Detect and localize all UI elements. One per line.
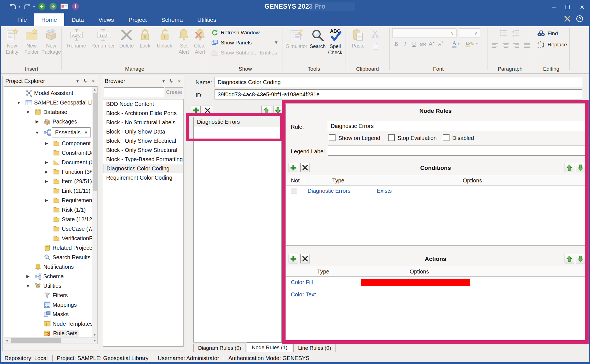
numbered-list-icon[interactable]: 123: [512, 29, 520, 37]
tree-horizontal-scrollbar[interactable]: ◂ ▸: [4, 337, 97, 344]
condition-type[interactable]: Diagnostic Errors: [308, 188, 350, 194]
chevron-right-icon[interactable]: ▶: [44, 198, 49, 203]
move-action-down-button[interactable]: [576, 254, 585, 263]
tree-item-component-9[interactable]: ▶Component (9: [4, 139, 97, 148]
tree-item-verificationreq[interactable]: VerificationReq: [4, 234, 97, 243]
tree-item-essentials[interactable]: ▼Essentials∨: [4, 126, 97, 139]
checkbox-stop-evaluation[interactable]: [388, 134, 395, 141]
copy-icon[interactable]: [371, 46, 379, 51]
refresh-window-button[interactable]: Refresh Window: [211, 29, 260, 36]
paste-button[interactable]: Paste: [350, 28, 366, 49]
rule-input[interactable]: Diagnostic Errors: [328, 121, 590, 131]
tab-file[interactable]: File: [10, 13, 34, 26]
chevron-right-icon[interactable]: ▶: [44, 141, 49, 146]
tab-home[interactable]: Home: [34, 13, 64, 26]
strikethrough-icon[interactable]: abe: [418, 40, 427, 48]
tab-project[interactable]: Project: [121, 13, 154, 26]
move-condition-down-button[interactable]: [576, 163, 585, 172]
tab-diagram-rules-0[interactable]: Diagram Rules (0): [193, 344, 246, 352]
condition-row[interactable]: Diagnostic ErrorsExists: [286, 185, 585, 197]
move-rule-up-button[interactable]: [261, 106, 271, 115]
unlock-button[interactable]: Unlock: [155, 28, 174, 49]
browser-search-input[interactable]: [104, 87, 164, 97]
tree-vertical-scrollbar[interactable]: ▲ ▼: [92, 87, 97, 337]
tree-item-node-templates[interactable]: Node Templates: [4, 319, 97, 329]
italic-icon[interactable]: I: [401, 40, 410, 48]
font-family-select[interactable]: ∨: [392, 28, 456, 37]
pin-icon[interactable]: [83, 78, 88, 84]
col-type[interactable]: Type: [286, 267, 361, 276]
tree-item-usecase-7-7[interactable]: UseCase (7/7): [4, 224, 97, 234]
lock-button[interactable]: Lock: [137, 28, 153, 49]
tree-item-function-3-97[interactable]: ▶Function (3/97: [4, 167, 97, 177]
browser-item-block-no-structural-labels[interactable]: Block - No Structural Labels: [103, 118, 183, 127]
essentials-schema-select[interactable]: Essentials∨: [52, 127, 91, 137]
tree-item-schema[interactable]: ▶Schema: [4, 272, 97, 281]
simulator-button[interactable]: Simulator: [286, 28, 308, 49]
underline-icon[interactable]: U: [410, 40, 418, 48]
rule-list-item-diagnostic-errors[interactable]: Diagnostic Errors: [194, 117, 281, 127]
chevron-right-icon[interactable]: ▶: [44, 169, 49, 174]
panel-menu-icon[interactable]: ▾: [163, 78, 165, 84]
color-swatch[interactable]: [361, 279, 470, 286]
tree-item-notifications[interactable]: Notifications: [4, 262, 97, 272]
tools-icon[interactable]: [564, 15, 571, 22]
delete-rule-button[interactable]: [203, 106, 212, 115]
browser-item-requirement-color-coding[interactable]: Requirement Color Coding: [103, 173, 183, 182]
tree-item-constraintdefir[interactable]: ConstraintDefir: [4, 148, 97, 158]
col-options[interactable]: Options: [372, 176, 573, 185]
id-input[interactable]: 39f0dd73-4ac8-43e5-9bf1-a193eb4f281e: [215, 89, 582, 99]
font-size-select[interactable]: ∨: [459, 28, 480, 37]
chevron-down-icon[interactable]: ▼: [25, 284, 31, 288]
tab-utilities[interactable]: Utilities: [190, 13, 223, 26]
move-rule-down-button[interactable]: [273, 106, 283, 115]
tree-item-state-12-12[interactable]: State (12/12): [4, 215, 97, 224]
justify-icon[interactable]: [523, 42, 531, 49]
shrink-font-icon[interactable]: A▼: [436, 40, 445, 48]
new-folder-button[interactable]: New Folder: [22, 28, 41, 55]
tree-item-utilities[interactable]: ▼Utilities: [4, 281, 97, 291]
align-center-icon[interactable]: [502, 42, 510, 49]
tree-item-mappings[interactable]: Mappings: [4, 300, 97, 310]
close-panel-icon[interactable]: ✕: [178, 78, 181, 84]
tree-item-sample-geospatial-libra[interactable]: ▼SAMPLE: Geospatial Libra: [4, 98, 97, 107]
align-right-icon[interactable]: [512, 42, 520, 49]
chevron-right-icon[interactable]: ▶: [34, 119, 40, 124]
tab-line-rules-0[interactable]: Line Rules (0): [293, 344, 336, 352]
legend-label-input[interactable]: [328, 146, 590, 156]
browser-item-block-type-based-formatting[interactable]: Block - Type-Based Formatting: [103, 155, 183, 164]
close-button[interactable]: ✕: [580, 4, 584, 11]
checkbox-show-on-legend[interactable]: [329, 134, 336, 141]
tree-item-packages[interactable]: ▶Packages: [4, 117, 97, 126]
move-action-up-button[interactable]: [565, 254, 574, 263]
tree-item-search-results[interactable]: Search Results: [4, 253, 97, 262]
create-button[interactable]: Create: [165, 87, 183, 97]
panel-menu-icon[interactable]: ▾: [77, 78, 79, 84]
action-type[interactable]: Color Text: [291, 291, 316, 298]
tab-views[interactable]: Views: [91, 13, 121, 26]
replace-button[interactable]: abac Replace: [537, 41, 567, 49]
clear-alert-button[interactable]: Clear Alert: [193, 28, 207, 55]
font-color-icon[interactable]: A ▾: [450, 40, 462, 48]
scroll-up-icon[interactable]: ▲: [92, 87, 97, 92]
chevron-right-icon[interactable]: ▶: [44, 160, 49, 165]
find-button[interactable]: Find: [537, 30, 558, 37]
browser-item-diagnostics-color-coding[interactable]: Diagnostics Color Coding: [103, 164, 183, 173]
chevron-down-icon[interactable]: ▼: [16, 100, 22, 105]
pin-icon[interactable]: [169, 78, 174, 84]
col-options[interactable]: Options: [361, 267, 478, 276]
tree-item-document-0-1[interactable]: ▶Document (0/1: [4, 158, 97, 167]
browser-item-block-only-show-data[interactable]: Block - Only Show Data: [103, 127, 183, 136]
tree-item-filters[interactable]: Filters: [4, 291, 97, 300]
minimize-button[interactable]: ─: [552, 4, 556, 11]
tree-item-database[interactable]: ▼Database: [4, 107, 97, 117]
browser-item-block-only-show-electrical[interactable]: Block - Only Show Electrical: [103, 136, 183, 146]
close-panel-icon[interactable]: ✕: [92, 78, 95, 84]
tree-item-item-29-51[interactable]: ▶Item (29/51): [4, 177, 97, 186]
renumber-button[interactable]: 12|3 Renumber: [90, 28, 116, 49]
align-left-icon[interactable]: [491, 42, 499, 49]
set-alert-button[interactable]: Set Alert: [177, 28, 191, 55]
name-input[interactable]: Diagnostics Color Coding: [215, 77, 582, 87]
cut-icon[interactable]: [371, 34, 379, 39]
show-subfolder-entities-button[interactable]: Show Subfolder Entities: [211, 49, 277, 56]
